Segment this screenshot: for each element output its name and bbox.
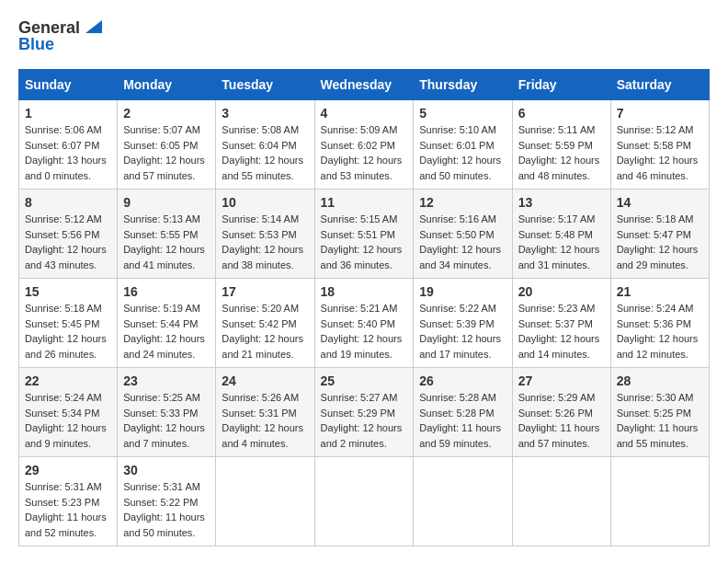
day-number: 16	[123, 284, 210, 299]
calendar-cell: 21 Sunrise: 5:24 AMSunset: 5:36 PMDaylig…	[610, 279, 709, 368]
day-number: 22	[25, 373, 111, 388]
weekday-header-row: SundayMondayTuesdayWednesdayThursdayFrid…	[19, 70, 710, 100]
day-info: Sunrise: 5:15 AMSunset: 5:51 PMDaylight:…	[321, 213, 403, 270]
day-number: 3	[222, 106, 308, 121]
weekday-header-monday: Monday	[118, 70, 216, 100]
day-info: Sunrise: 5:11 AMSunset: 5:59 PMDaylight:…	[518, 124, 600, 181]
day-info: Sunrise: 5:10 AMSunset: 6:01 PMDaylight:…	[419, 124, 501, 181]
day-info: Sunrise: 5:21 AMSunset: 5:40 PMDaylight:…	[321, 303, 403, 360]
day-number: 13	[518, 195, 605, 210]
day-number: 9	[123, 195, 210, 210]
day-number: 6	[518, 106, 605, 121]
day-number: 25	[321, 373, 408, 388]
calendar-body: 1 Sunrise: 5:06 AMSunset: 6:07 PMDayligh…	[19, 100, 710, 546]
calendar-cell: 11 Sunrise: 5:15 AMSunset: 5:51 PMDaylig…	[314, 190, 414, 279]
calendar-cell: 24 Sunrise: 5:26 AMSunset: 5:31 PMDaylig…	[216, 368, 314, 457]
calendar-cell: 19 Sunrise: 5:22 AMSunset: 5:39 PMDaylig…	[414, 279, 512, 368]
calendar-cell: 20 Sunrise: 5:23 AMSunset: 5:37 PMDaylig…	[512, 279, 610, 368]
day-number: 27	[518, 373, 605, 388]
day-number: 2	[123, 106, 210, 121]
day-info: Sunrise: 5:23 AMSunset: 5:37 PMDaylight:…	[518, 303, 600, 360]
day-info: Sunrise: 5:28 AMSunset: 5:28 PMDaylight:…	[419, 392, 501, 449]
day-number: 28	[617, 373, 703, 388]
calendar-cell: 5 Sunrise: 5:10 AMSunset: 6:01 PMDayligh…	[414, 100, 512, 190]
day-info: Sunrise: 5:09 AMSunset: 6:02 PMDaylight:…	[321, 124, 403, 181]
day-number: 5	[419, 106, 506, 121]
day-info: Sunrise: 5:16 AMSunset: 5:50 PMDaylight:…	[419, 213, 501, 270]
day-info: Sunrise: 5:24 AMSunset: 5:34 PMDaylight:…	[25, 392, 107, 449]
calendar-week-3: 15 Sunrise: 5:18 AMSunset: 5:45 PMDaylig…	[19, 279, 710, 368]
calendar-cell: 1 Sunrise: 5:06 AMSunset: 6:07 PMDayligh…	[19, 100, 118, 190]
day-info: Sunrise: 5:18 AMSunset: 5:47 PMDaylight:…	[617, 213, 699, 270]
weekday-header-thursday: Thursday	[414, 70, 512, 100]
day-number: 10	[222, 195, 308, 210]
calendar-cell: 16 Sunrise: 5:19 AMSunset: 5:44 PMDaylig…	[118, 279, 216, 368]
day-info: Sunrise: 5:25 AMSunset: 5:33 PMDaylight:…	[123, 392, 205, 449]
day-number: 26	[419, 373, 506, 388]
calendar-cell: 4 Sunrise: 5:09 AMSunset: 6:02 PMDayligh…	[314, 100, 414, 190]
logo-arrow-icon	[82, 17, 102, 37]
day-number: 15	[25, 284, 111, 299]
calendar-cell: 7 Sunrise: 5:12 AMSunset: 5:58 PMDayligh…	[610, 100, 709, 190]
day-info: Sunrise: 5:30 AMSunset: 5:25 PMDaylight:…	[617, 392, 699, 449]
day-info: Sunrise: 5:22 AMSunset: 5:39 PMDaylight:…	[419, 303, 501, 360]
calendar-cell: 10 Sunrise: 5:14 AMSunset: 5:53 PMDaylig…	[216, 190, 314, 279]
calendar-cell: 18 Sunrise: 5:21 AMSunset: 5:40 PMDaylig…	[314, 279, 414, 368]
calendar-cell: 25 Sunrise: 5:27 AMSunset: 5:29 PMDaylig…	[314, 368, 414, 457]
day-number: 12	[419, 195, 506, 210]
day-info: Sunrise: 5:31 AMSunset: 5:23 PMDaylight:…	[25, 481, 107, 538]
calendar-cell: 27 Sunrise: 5:29 AMSunset: 5:26 PMDaylig…	[512, 368, 610, 457]
calendar-cell: 22 Sunrise: 5:24 AMSunset: 5:34 PMDaylig…	[19, 368, 118, 457]
calendar-week-4: 22 Sunrise: 5:24 AMSunset: 5:34 PMDaylig…	[19, 368, 710, 457]
day-number: 14	[617, 195, 703, 210]
day-info: Sunrise: 5:20 AMSunset: 5:42 PMDaylight:…	[222, 303, 303, 360]
page-header: General Blue	[18, 18, 710, 54]
calendar-cell: 13 Sunrise: 5:17 AMSunset: 5:48 PMDaylig…	[512, 190, 610, 279]
calendar-cell: 29 Sunrise: 5:31 AMSunset: 5:23 PMDaylig…	[19, 457, 118, 546]
day-info: Sunrise: 5:12 AMSunset: 5:56 PMDaylight:…	[25, 213, 107, 270]
calendar-cell: 12 Sunrise: 5:16 AMSunset: 5:50 PMDaylig…	[414, 190, 512, 279]
calendar-cell: 15 Sunrise: 5:18 AMSunset: 5:45 PMDaylig…	[19, 279, 118, 368]
day-info: Sunrise: 5:24 AMSunset: 5:36 PMDaylight:…	[617, 303, 699, 360]
logo-blue: Blue	[18, 35, 54, 55]
calendar-cell	[414, 457, 512, 546]
calendar-week-2: 8 Sunrise: 5:12 AMSunset: 5:56 PMDayligh…	[19, 190, 710, 279]
logo-svg: General Blue	[18, 18, 102, 54]
calendar-cell: 30 Sunrise: 5:31 AMSunset: 5:22 PMDaylig…	[118, 457, 216, 546]
weekday-header-sunday: Sunday	[19, 70, 118, 100]
calendar-cell	[512, 457, 610, 546]
calendar-cell: 14 Sunrise: 5:18 AMSunset: 5:47 PMDaylig…	[610, 190, 709, 279]
calendar-week-5: 29 Sunrise: 5:31 AMSunset: 5:23 PMDaylig…	[19, 457, 710, 546]
day-number: 4	[321, 106, 408, 121]
weekday-header-tuesday: Tuesday	[216, 70, 314, 100]
calendar-cell	[216, 457, 314, 546]
calendar-cell: 3 Sunrise: 5:08 AMSunset: 6:04 PMDayligh…	[216, 100, 314, 190]
day-number: 19	[419, 284, 506, 299]
calendar-cell: 8 Sunrise: 5:12 AMSunset: 5:56 PMDayligh…	[19, 190, 118, 279]
day-number: 11	[321, 195, 408, 210]
calendar-cell: 23 Sunrise: 5:25 AMSunset: 5:33 PMDaylig…	[118, 368, 216, 457]
day-info: Sunrise: 5:12 AMSunset: 5:58 PMDaylight:…	[617, 124, 699, 181]
day-info: Sunrise: 5:29 AMSunset: 5:26 PMDaylight:…	[518, 392, 600, 449]
day-info: Sunrise: 5:17 AMSunset: 5:48 PMDaylight:…	[518, 213, 600, 270]
day-number: 7	[617, 106, 703, 121]
logo: General Blue	[18, 18, 102, 54]
day-number: 8	[25, 195, 111, 210]
calendar-cell: 2 Sunrise: 5:07 AMSunset: 6:05 PMDayligh…	[118, 100, 216, 190]
weekday-header-friday: Friday	[512, 70, 610, 100]
calendar-cell	[610, 457, 709, 546]
day-info: Sunrise: 5:26 AMSunset: 5:31 PMDaylight:…	[222, 392, 303, 449]
calendar-table: SundayMondayTuesdayWednesdayThursdayFrid…	[18, 69, 710, 546]
calendar-cell: 28 Sunrise: 5:30 AMSunset: 5:25 PMDaylig…	[610, 368, 709, 457]
calendar-week-1: 1 Sunrise: 5:06 AMSunset: 6:07 PMDayligh…	[19, 100, 710, 190]
day-info: Sunrise: 5:13 AMSunset: 5:55 PMDaylight:…	[123, 213, 205, 270]
day-number: 29	[25, 463, 111, 477]
calendar-cell: 17 Sunrise: 5:20 AMSunset: 5:42 PMDaylig…	[216, 279, 314, 368]
day-info: Sunrise: 5:06 AMSunset: 6:07 PMDaylight:…	[25, 124, 107, 181]
day-number: 20	[518, 284, 605, 299]
day-number: 18	[321, 284, 408, 299]
calendar-cell: 6 Sunrise: 5:11 AMSunset: 5:59 PMDayligh…	[512, 100, 610, 190]
svg-marker-0	[85, 20, 102, 33]
weekday-header-wednesday: Wednesday	[314, 70, 414, 100]
day-number: 24	[222, 373, 308, 388]
